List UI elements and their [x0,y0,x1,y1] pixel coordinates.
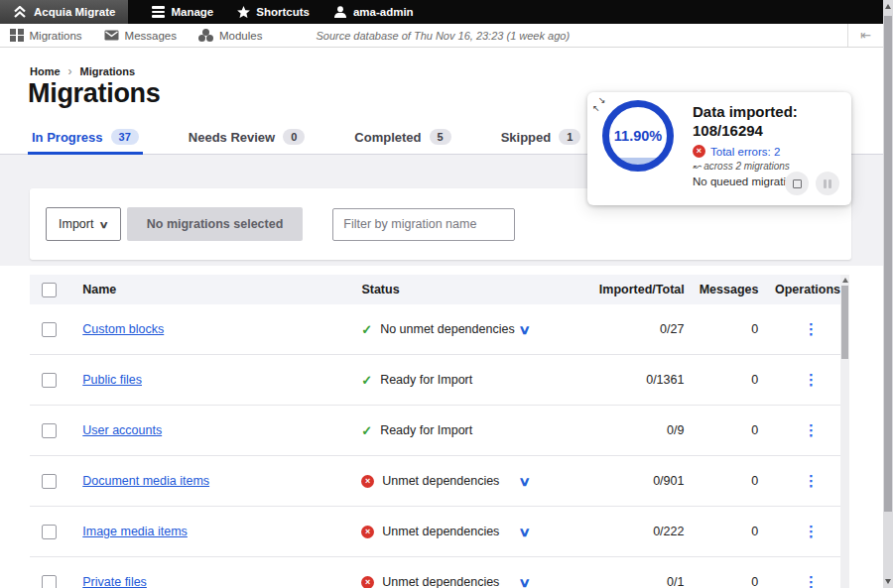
row-checkbox[interactable] [42,525,57,539]
header-status: Status [361,283,520,296]
page-title: Migrations [28,78,161,109]
kebab-menu-icon[interactable]: ⋮ [804,371,819,388]
error-icon: × [361,526,374,538]
status-text: Unmet dependencies [382,575,499,588]
double-chevron-up-icon [13,6,27,18]
kebab-menu-icon[interactable]: ⋮ [804,472,819,489]
user-menu[interactable]: ama-admin [333,0,414,24]
admin-bar: Acquia Migrate Manage Shortcuts ama-admi… [0,0,883,24]
kebab-menu-icon[interactable]: ⋮ [804,523,819,539]
toolbar-item-modules[interactable]: Modules [198,29,262,42]
data-imported-title: Data imported: [693,102,846,121]
envelope-icon [104,30,119,41]
row-checkbox[interactable] [42,423,57,438]
manage-menu[interactable]: Manage [152,0,213,24]
migration-link[interactable]: Custom blocks [82,322,164,336]
migrations-table: Name Status Imported/Total Messages Oper… [30,275,849,588]
messages-count: 0 [684,525,758,538]
chevron-down-icon: ∨ [99,219,109,230]
stop-icon [793,179,802,188]
scroll-down-arrow-icon[interactable] [885,579,891,584]
table-row: Image media items × Unmet dependencies ∨… [30,507,840,557]
status-text: Ready for Import [380,373,472,387]
total-errors-link[interactable]: Total errors: 2 [710,146,780,158]
page-scrollbar[interactable] [883,0,893,588]
migrate-toolbar: Migrations Messages Modules Source datab… [0,24,883,48]
status-text: Unmet dependencies [382,474,499,488]
table-row: Private files × Unmet dependencies ∨ 0/1… [30,557,840,588]
migration-filter-input[interactable] [332,208,515,241]
kebab-menu-icon[interactable]: ⋮ [804,320,819,337]
row-checkbox[interactable] [42,474,57,489]
imported-total-value: 0/1361 [560,373,685,387]
messages-count: 0 [684,322,758,336]
data-imported-count: 108/16294 [693,121,846,140]
table-scrollbar[interactable] [840,275,849,588]
status-text: No unmet dependencies [380,322,515,336]
kebab-menu-icon[interactable]: ⋮ [804,573,819,588]
migration-link[interactable]: Document media items [82,474,209,488]
status-text: Unmet dependencies [382,525,499,538]
messages-count: 0 [684,575,758,588]
tab-label: Completed [354,130,421,145]
tab-needs-review[interactable]: Needs Review 0 [187,120,308,154]
manage-label: Manage [171,6,213,18]
table-scrollbar-thumb[interactable] [841,286,848,359]
row-checkbox[interactable] [42,575,57,588]
breadcrumb-home-link[interactable]: Home [30,65,61,77]
scroll-up-arrow-icon[interactable] [842,278,848,283]
imported-total-value: 0/901 [560,474,685,488]
table-row: User accounts ✓ Ready for Import 0/9 0 ⋮ [30,406,840,456]
tab-in-progress[interactable]: In Progress 37 [30,120,141,154]
scroll-up-arrow-icon[interactable] [885,4,891,9]
kebab-menu-icon[interactable]: ⋮ [804,421,819,438]
user-icon [333,6,347,18]
tab-completed[interactable]: Completed 5 [352,120,452,154]
tab-count-badge: 0 [283,129,305,145]
chevron-down-icon[interactable]: ∨ [519,474,532,489]
pause-icon [824,179,831,188]
table-row: Public files ✓ Ready for Import 0/1361 0… [30,355,840,406]
breadcrumb-current: Migrations [80,65,136,77]
wave-arrow-icon: ↜ [693,161,701,172]
import-dropdown-button[interactable]: Import ∨ [46,207,121,241]
migration-link[interactable]: Image media items [82,525,188,538]
stop-import-button[interactable] [785,172,809,195]
migrations-label: Migrations [30,30,82,42]
check-icon: ✓ [361,423,372,438]
shortcuts-menu[interactable]: Shortcuts [237,0,310,24]
grid-icon [10,29,24,43]
chevron-down-icon[interactable]: ∨ [519,525,532,539]
migration-link[interactable]: Public files [82,373,142,387]
row-checkbox[interactable] [42,373,57,388]
migration-link[interactable]: User accounts [82,423,162,437]
toolbar-item-migrations[interactable]: Migrations [10,29,82,43]
toolbar-item-messages[interactable]: Messages [104,30,177,42]
select-all-checkbox[interactable] [42,283,57,297]
messages-count: 0 [684,373,758,387]
pause-import-button[interactable] [816,172,839,195]
row-checkbox[interactable] [42,322,57,337]
error-icon: × [693,145,705,158]
tab-count-badge: 1 [559,129,580,145]
select-all-cell [30,283,82,297]
header-imported-total: Imported/Total [560,283,685,296]
star-icon [237,6,250,18]
home-button-acquia-migrate[interactable]: Acquia Migrate [0,0,128,24]
tab-label: Needs Review [189,130,275,145]
messages-count: 0 [684,423,758,437]
tab-count-badge: 5 [430,129,451,145]
collapse-card-icon[interactable]: ↘ ↖ [592,96,606,112]
tab-skipped[interactable]: Skipped 1 [499,120,583,154]
toolbar-pin-icon[interactable]: ⇤ [847,24,879,47]
chevron-down-icon[interactable]: ∨ [519,575,532,588]
tab-label: In Progress [32,130,103,145]
error-icon: × [361,576,374,588]
table-row: Document media items × Unmet dependencie… [30,456,840,507]
tab-count-badge: 37 [111,129,139,145]
chevron-down-icon[interactable]: ∨ [519,322,532,337]
breadcrumb: Home › Migrations [30,64,135,78]
page-scrollbar-thumb[interactable] [884,16,892,512]
check-icon: ✓ [361,373,372,388]
migration-link[interactable]: Private files [82,575,147,588]
